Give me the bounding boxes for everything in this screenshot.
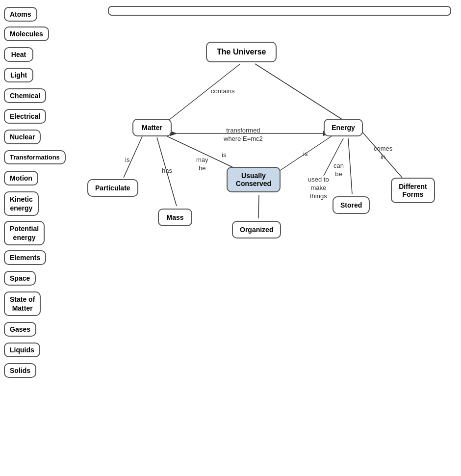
link-may-be: maybe — [196, 156, 208, 173]
sidebar-item-solids[interactable]: Solids — [4, 363, 36, 378]
link-is3: is — [303, 150, 307, 158]
link-used-to: used tomakethings — [308, 176, 329, 201]
sidebar-item-transformations[interactable]: Transformations — [4, 150, 66, 164]
sidebar-item-space[interactable]: Space — [4, 271, 36, 286]
link-comes-in: comesin — [374, 145, 392, 161]
sidebar-item-elements[interactable]: Elements — [4, 250, 46, 265]
sidebar-item-liquids[interactable]: Liquids — [4, 343, 40, 357]
link-has: has — [162, 167, 172, 174]
link-transformed: transformedwhere E=mc2 — [224, 127, 263, 143]
node-particulate[interactable]: Particulate — [87, 179, 138, 197]
sidebar-item-molecules[interactable]: Molecules — [4, 26, 49, 41]
sidebar-item-light[interactable]: Light — [4, 68, 33, 82]
sidebar-item-kinetic-energy[interactable]: Kineticenergy — [4, 191, 39, 216]
sidebar-item-motion[interactable]: Motion — [4, 171, 38, 185]
node-stored[interactable]: Stored — [333, 196, 370, 214]
node-energy[interactable]: Energy — [324, 119, 363, 136]
svg-line-10 — [348, 138, 352, 194]
concept-map-svg — [0, 0, 461, 476]
node-mass[interactable]: Mass — [158, 209, 192, 226]
sidebar-item-nuclear[interactable]: Nuclear — [4, 130, 41, 144]
link-can-be: canbe — [333, 162, 344, 179]
focus-question — [108, 6, 451, 16]
svg-line-3 — [255, 64, 346, 122]
link-contains: contains — [211, 87, 234, 95]
node-organized[interactable]: Organized — [232, 221, 281, 238]
svg-line-12 — [258, 195, 259, 218]
sidebar-item-potential-energy[interactable]: Potentialenergy — [4, 221, 45, 245]
node-universe[interactable]: The Universe — [206, 42, 277, 62]
node-usually-conserved[interactable]: UsuallyConserved — [227, 167, 281, 192]
sidebar-item-atoms[interactable]: Atoms — [4, 7, 37, 22]
sidebar-item-gases[interactable]: Gases — [4, 322, 36, 337]
sidebar-item-heat[interactable]: Heat — [4, 47, 33, 62]
link-is1: is — [125, 156, 129, 163]
node-matter[interactable]: Matter — [132, 119, 172, 136]
sidebar-item-chemical[interactable]: Chemical — [4, 88, 46, 103]
sidebar-item-state-of-matter[interactable]: State ofMatter — [4, 291, 41, 316]
sidebar-item-electrical[interactable]: Electrical — [4, 109, 46, 124]
link-is2: is — [222, 151, 226, 159]
node-different-forms[interactable]: DifferentForms — [391, 178, 435, 203]
